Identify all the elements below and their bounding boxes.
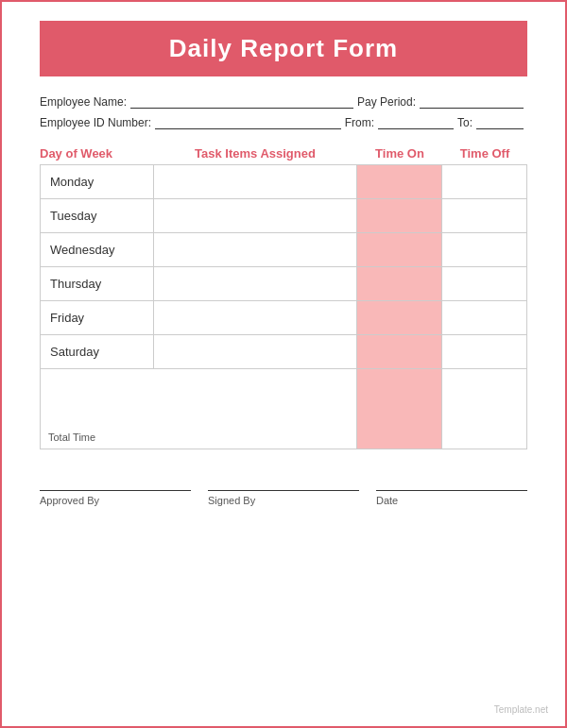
employee-name-line[interactable] <box>130 95 353 109</box>
timeoff-cell[interactable] <box>442 301 527 335</box>
date-item: Date <box>376 478 527 506</box>
total-label: Total Time <box>41 369 357 449</box>
timeon-cell[interactable] <box>357 301 442 335</box>
approved-by-item: Approved By <box>40 478 191 506</box>
from-label: From: <box>345 116 374 129</box>
date-label: Date <box>376 495 398 506</box>
employee-id-line[interactable] <box>155 116 341 129</box>
day-cell: Wednesday <box>41 233 154 267</box>
approved-by-line[interactable] <box>40 478 191 491</box>
table-header-row: Day of Week Task Items Assigned Time On … <box>40 146 527 161</box>
table-row: Wednesday <box>41 233 527 267</box>
day-table: MondayTuesdayWednesdayThursdayFridaySatu… <box>40 164 527 449</box>
total-timeoff-cell[interactable] <box>442 369 527 449</box>
timeon-cell[interactable] <box>357 267 442 301</box>
signed-by-label: Signed By <box>208 495 255 506</box>
timeoff-cell[interactable] <box>442 165 527 199</box>
timeoff-cell[interactable] <box>442 199 527 233</box>
timeon-cell[interactable] <box>357 165 442 199</box>
timeoff-cell[interactable] <box>442 267 527 301</box>
total-timeon-cell[interactable] <box>357 369 442 449</box>
table-row: Monday <box>41 165 527 199</box>
task-cell[interactable] <box>154 233 357 267</box>
from-line[interactable] <box>378 116 454 129</box>
timeoff-cell[interactable] <box>442 335 527 369</box>
col-timeoff-header: Time Off <box>442 146 527 161</box>
task-cell[interactable] <box>154 335 357 369</box>
table-section: Day of Week Task Items Assigned Time On … <box>30 146 537 449</box>
col-day-header: Day of Week <box>40 146 153 161</box>
date-line[interactable] <box>376 478 527 491</box>
page-title: Daily Report Form <box>49 34 518 63</box>
header-banner: Daily Report Form <box>40 21 527 76</box>
task-cell[interactable] <box>154 199 357 233</box>
page: Daily Report Form Employee Name: Pay Per… <box>0 0 567 728</box>
to-label: To: <box>457 116 472 129</box>
employee-id-row: Employee ID Number: From: To: <box>40 116 527 129</box>
table-row: Friday <box>41 301 527 335</box>
day-cell: Friday <box>41 301 154 335</box>
signed-by-line[interactable] <box>208 478 359 491</box>
timeon-cell[interactable] <box>357 233 442 267</box>
col-task-header: Task Items Assigned <box>153 146 357 161</box>
employee-name-label: Employee Name: <box>40 95 127 109</box>
table-row: Tuesday <box>41 199 527 233</box>
timeon-cell[interactable] <box>357 335 442 369</box>
col-timeon-header: Time On <box>357 146 442 161</box>
table-row: Thursday <box>41 267 527 301</box>
day-cell: Thursday <box>41 267 154 301</box>
day-cell: Tuesday <box>41 199 154 233</box>
pay-period-line[interactable] <box>420 95 524 109</box>
day-cell: Monday <box>41 165 154 199</box>
total-row: Total Time <box>41 369 527 449</box>
task-cell[interactable] <box>154 301 357 335</box>
day-cell: Saturday <box>41 335 154 369</box>
task-cell[interactable] <box>154 165 357 199</box>
task-cell[interactable] <box>154 267 357 301</box>
approved-by-label: Approved By <box>40 495 99 506</box>
employee-name-row: Employee Name: Pay Period: <box>40 95 527 109</box>
timeon-cell[interactable] <box>357 199 442 233</box>
table-row: Saturday <box>41 335 527 369</box>
footer-section: Approved By Signed By Date <box>30 478 537 506</box>
employee-id-label: Employee ID Number: <box>40 116 151 129</box>
watermark: Template.net <box>494 704 548 715</box>
to-line[interactable] <box>476 116 524 129</box>
pay-period-label: Pay Period: <box>357 95 416 109</box>
fields-section: Employee Name: Pay Period: Employee ID N… <box>30 95 537 129</box>
timeoff-cell[interactable] <box>442 233 527 267</box>
signed-by-item: Signed By <box>208 478 359 506</box>
